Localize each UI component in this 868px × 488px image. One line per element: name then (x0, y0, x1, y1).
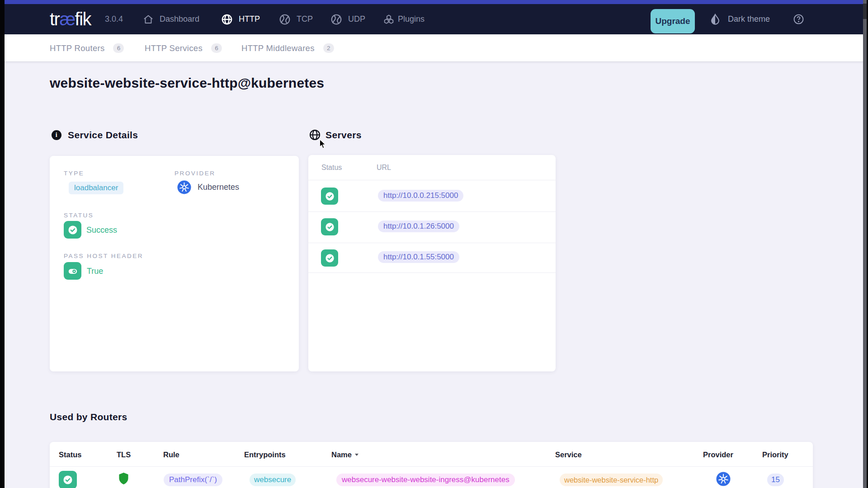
tab-label: HTTP Middlewares (241, 43, 315, 53)
servers-col-url: URL (377, 164, 391, 172)
tab-count-badge: 2 (323, 43, 334, 53)
scrollbar-top-cap (863, 4, 867, 19)
provider-name: Kubernetes (198, 183, 239, 192)
traefik-logo[interactable]: træfik (50, 9, 91, 29)
tab-http-services[interactable]: HTTP Services 6 (145, 34, 222, 62)
logo-text-2: fik (75, 9, 91, 29)
service-details-heading: i Service Details (52, 130, 138, 141)
nav-label: UDP (348, 14, 365, 24)
col-rule[interactable]: Rule (163, 450, 179, 459)
router-service-link[interactable]: website-website-service-http (560, 474, 663, 486)
tab-label: HTTP Services (145, 43, 203, 53)
version-label: 3.0.4 (105, 14, 123, 24)
screen-left-edge (0, 0, 5, 488)
tab-count-badge: 6 (113, 43, 124, 53)
servers-card: Status URL http://10.0.0.215:5000 http:/… (308, 155, 556, 371)
col-status[interactable]: Status (59, 450, 81, 459)
tab-label: HTTP Routers (50, 43, 104, 53)
server-status-icon (321, 249, 338, 267)
col-provider[interactable]: Provider (703, 450, 733, 459)
udp-icon (330, 14, 342, 25)
nav-item-tcp[interactable]: TCP (279, 4, 313, 34)
nav-item-http[interactable]: HTTP (221, 4, 260, 34)
globe-icon (221, 14, 233, 25)
dark-theme-label: Dark theme (728, 14, 770, 24)
col-name[interactable]: Name (331, 450, 359, 459)
plugins-icon (382, 13, 395, 26)
home-icon (143, 14, 154, 25)
scrollbar[interactable] (863, 0, 868, 488)
page-title: website-website-service-http@kubernetes (50, 75, 324, 91)
navbar: træfik 3.0.4 Dashboard HTTP TCP UDP Plug… (5, 4, 863, 34)
nav-label: TCP (297, 14, 313, 24)
servers-col-status: Status (321, 164, 342, 172)
kubernetes-icon (716, 472, 731, 486)
tab-http-middlewares[interactable]: HTTP Middlewares 2 (241, 34, 334, 62)
provider-label: PROVIDER (175, 170, 216, 177)
tcp-icon (279, 14, 291, 25)
server-url[interactable]: http://10.0.0.215:5000 (378, 190, 463, 202)
col-service[interactable]: Service (555, 450, 582, 459)
mouse-cursor (319, 139, 326, 149)
router-name-link[interactable]: websecure-website-website-ingress@kubern… (336, 474, 515, 486)
server-status-icon (321, 218, 338, 235)
router-entrypoints-chip: websecure (250, 474, 296, 486)
server-url[interactable]: http://10.0.1.26:5000 (378, 221, 459, 232)
help-icon (793, 14, 804, 25)
dark-theme-toggle[interactable]: Dark theme (709, 4, 770, 34)
type-value-chip: loadbalancer (69, 182, 123, 194)
pass-host-header-icon (64, 262, 81, 280)
nav-label: HTTP (239, 14, 260, 24)
nav-item-udp[interactable]: UDP (330, 4, 365, 34)
nav-item-plugins[interactable]: Plugins (382, 4, 425, 34)
nav-label: Plugins (398, 14, 425, 24)
kubernetes-icon (177, 180, 191, 194)
sort-desc-icon (355, 454, 359, 456)
server-url[interactable]: http://10.0.1.55:5000 (378, 251, 459, 263)
tab-count-badge: 6 (211, 43, 222, 53)
nav-label: Dashboard (160, 14, 199, 24)
tab-http-routers[interactable]: HTTP Routers 6 (50, 34, 124, 62)
pass-host-header-label: PASS HOST HEADER (64, 253, 143, 259)
help-button[interactable] (793, 4, 804, 34)
nav-item-dashboard[interactable]: Dashboard (143, 4, 199, 34)
router-status-icon (59, 471, 77, 488)
upgrade-button[interactable]: Upgrade (651, 9, 695, 33)
col-priority[interactable]: Priority (762, 450, 788, 459)
servers-heading: Servers (309, 129, 362, 141)
logo-ae: æ (59, 9, 75, 29)
tls-shield-icon (118, 472, 129, 485)
top-accent-strip (5, 0, 863, 4)
contrast-drop-icon (709, 13, 722, 26)
section-title: Servers (326, 130, 362, 141)
status-label: STATUS (64, 212, 94, 219)
status-value: Success (86, 225, 117, 235)
router-rule-chip: PathPrefix(`/`) (164, 474, 222, 486)
pass-host-header-value: True (87, 267, 103, 276)
col-name-label: Name (331, 450, 352, 459)
used-by-routers-heading: Used by Routers (50, 412, 127, 422)
section-title: Service Details (68, 130, 138, 141)
status-success-icon (64, 221, 81, 239)
main-content: website-website-service-http@kubernetes … (5, 62, 863, 488)
router-priority-chip: 15 (767, 474, 784, 486)
provider-value: Kubernetes (177, 180, 239, 194)
sub-navigation: HTTP Routers 6 HTTP Services 6 HTTP Midd… (5, 34, 863, 62)
col-entrypoints[interactable]: Entrypoints (244, 450, 286, 459)
service-details-card: TYPE loadbalancer PROVIDER (50, 156, 299, 371)
col-tls[interactable]: TLS (117, 450, 131, 459)
server-status-icon (321, 188, 338, 205)
info-icon: i (52, 130, 61, 140)
app-window: træfik 3.0.4 Dashboard HTTP TCP UDP Plug… (0, 0, 868, 488)
logo-text: tr (50, 9, 59, 29)
type-label: TYPE (64, 170, 84, 177)
used-by-routers-card: Status TLS Rule Entrypoints Name Service… (50, 442, 813, 488)
